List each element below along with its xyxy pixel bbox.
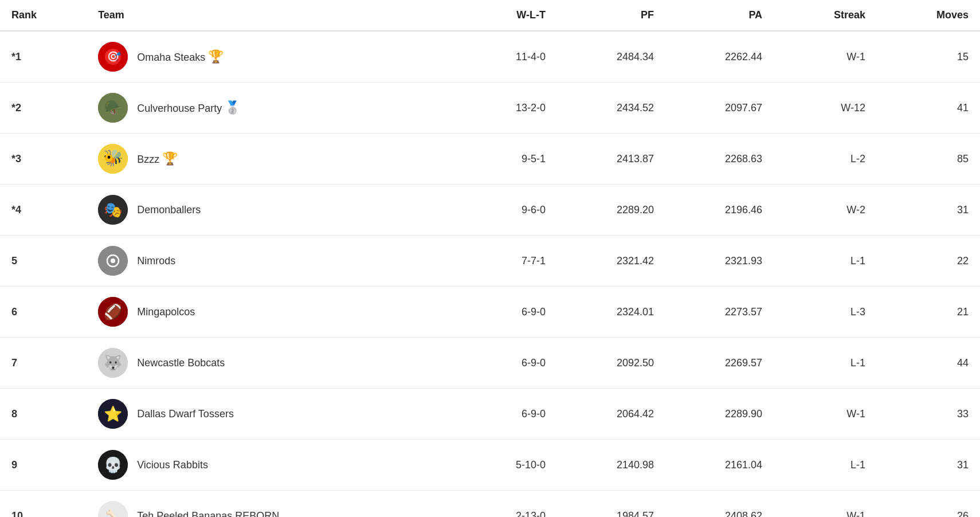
- team-cell[interactable]: 🎯 Omaha Steaks 🏆: [87, 31, 454, 83]
- team-cell[interactable]: ⭐ Dallas Dwarf Tossers: [87, 389, 454, 440]
- team-avatar: 🪖: [98, 93, 128, 123]
- pa-cell: 2273.57: [665, 287, 774, 338]
- table-row[interactable]: 9 💀 Vicious Rabbits 5-10-0 2140.98 2161.…: [0, 440, 980, 491]
- svg-text:🏈: 🏈: [104, 303, 123, 321]
- table-row[interactable]: *3 🐝 Bzzz 🏆 9-5-1 2413.87 2268.63 L-2 85: [0, 134, 980, 185]
- svg-point-11: [111, 258, 115, 263]
- team-name: Bzzz 🏆: [137, 151, 178, 166]
- team-avatar: 💀: [98, 450, 128, 480]
- table-row[interactable]: 7 🐺 Newcastle Bobcats 6-9-0 2092.50 2269…: [0, 338, 980, 389]
- streak-cell: W-1: [774, 31, 877, 83]
- pf-cell: 2140.98: [557, 440, 665, 491]
- pf-cell: 2484.34: [557, 31, 665, 83]
- table-row[interactable]: 8 ⭐ Dallas Dwarf Tossers 6-9-0 2064.42 2…: [0, 389, 980, 440]
- pa-cell: 2262.44: [665, 31, 774, 83]
- pa-cell: 2321.93: [665, 236, 774, 287]
- wlt-cell: 6-9-0: [454, 338, 557, 389]
- rank-cell: 10: [0, 491, 87, 518]
- pf-cell: 2434.52: [557, 83, 665, 134]
- trophy-icon: 🥈: [225, 100, 240, 115]
- svg-text:🎯: 🎯: [105, 49, 121, 64]
- pa-cell: 2097.67: [665, 83, 774, 134]
- team-name: Dallas Dwarf Tossers: [137, 408, 234, 420]
- table-row[interactable]: 5 Nimrods 7-7-1 2321.42 2321.93 L-1 22: [0, 236, 980, 287]
- wlt-cell: 13-2-0: [454, 83, 557, 134]
- table-row[interactable]: 6 🏈 Mingapolcos 6-9-0 2324.01 2273.57 L-…: [0, 287, 980, 338]
- team-avatar: 🦴: [98, 501, 128, 517]
- team-cell[interactable]: 🏈 Mingapolcos: [87, 287, 454, 338]
- streak-cell: W-2: [774, 185, 877, 236]
- table-row[interactable]: *4 🎭 Demonballers 9-6-0 2289.20 2196.46 …: [0, 185, 980, 236]
- team-name: Demonballers: [137, 204, 201, 216]
- team-avatar: 🐺: [98, 348, 128, 378]
- header-rank: Rank: [0, 0, 87, 31]
- moves-cell: 15: [877, 31, 980, 83]
- table-row[interactable]: *2 🪖 Culverhouse Party 🥈 13-2-0 2434.52 …: [0, 83, 980, 134]
- pa-cell: 2196.46: [665, 185, 774, 236]
- team-avatar: ⭐: [98, 399, 128, 429]
- svg-text:🐺: 🐺: [104, 354, 123, 372]
- wlt-cell: 6-9-0: [454, 287, 557, 338]
- team-avatar: 🏈: [98, 297, 128, 327]
- table-row[interactable]: *1 🎯 Omaha Steaks 🏆 11-4-0 2484.34 2262.…: [0, 31, 980, 83]
- moves-cell: 31: [877, 440, 980, 491]
- svg-text:⭐: ⭐: [104, 405, 123, 423]
- standings-table: Rank Team W-L-T PF PA Streak Moves *1 🎯 …: [0, 0, 980, 517]
- moves-cell: 21: [877, 287, 980, 338]
- team-cell[interactable]: 🪖 Culverhouse Party 🥈: [87, 83, 454, 134]
- rank-cell: *4: [0, 185, 87, 236]
- rank-cell: *1: [0, 31, 87, 83]
- wlt-cell: 9-5-1: [454, 134, 557, 185]
- svg-text:🎭: 🎭: [104, 201, 123, 219]
- wlt-cell: 2-13-0: [454, 491, 557, 518]
- pf-cell: 2413.87: [557, 134, 665, 185]
- team-cell[interactable]: 🎭 Demonballers: [87, 185, 454, 236]
- moves-cell: 26: [877, 491, 980, 518]
- header-pa: PA: [665, 0, 774, 31]
- pf-cell: 1984.57: [557, 491, 665, 518]
- pf-cell: 2092.50: [557, 338, 665, 389]
- svg-text:🐝: 🐝: [103, 148, 123, 167]
- table-row[interactable]: 10 🦴 Teh Peeled Bananas REBORN 2-13-0 19…: [0, 491, 980, 518]
- team-name: Culverhouse Party 🥈: [137, 100, 240, 115]
- streak-cell: L-1: [774, 440, 877, 491]
- streak-cell: L-3: [774, 287, 877, 338]
- header-pf: PF: [557, 0, 665, 31]
- rank-cell: *3: [0, 134, 87, 185]
- rank-cell: 8: [0, 389, 87, 440]
- header-moves: Moves: [877, 0, 980, 31]
- moves-cell: 33: [877, 389, 980, 440]
- team-cell[interactable]: 💀 Vicious Rabbits: [87, 440, 454, 491]
- header-team: Team: [87, 0, 454, 31]
- team-avatar: 🎭: [98, 195, 128, 225]
- team-cell[interactable]: 🦴 Teh Peeled Bananas REBORN: [87, 491, 454, 518]
- wlt-cell: 6-9-0: [454, 389, 557, 440]
- wlt-cell: 5-10-0: [454, 440, 557, 491]
- team-cell[interactable]: 🐝 Bzzz 🏆: [87, 134, 454, 185]
- team-cell[interactable]: 🐺 Newcastle Bobcats: [87, 338, 454, 389]
- streak-cell: W-1: [774, 389, 877, 440]
- trophy-icon: 🏆: [208, 49, 224, 64]
- wlt-cell: 11-4-0: [454, 31, 557, 83]
- svg-text:🦴: 🦴: [105, 508, 121, 517]
- pf-cell: 2321.42: [557, 236, 665, 287]
- header-wlt: W-L-T: [454, 0, 557, 31]
- pa-cell: 2161.04: [665, 440, 774, 491]
- wlt-cell: 7-7-1: [454, 236, 557, 287]
- team-name: Nimrods: [137, 255, 175, 267]
- moves-cell: 41: [877, 83, 980, 134]
- streak-cell: L-2: [774, 134, 877, 185]
- team-avatar: [98, 246, 128, 276]
- pa-cell: 2289.90: [665, 389, 774, 440]
- team-avatar: 🎯: [98, 42, 128, 72]
- streak-cell: W-1: [774, 491, 877, 518]
- streak-cell: L-1: [774, 338, 877, 389]
- table-header-row: Rank Team W-L-T PF PA Streak Moves: [0, 0, 980, 31]
- pf-cell: 2289.20: [557, 185, 665, 236]
- streak-cell: L-1: [774, 236, 877, 287]
- rank-cell: 7: [0, 338, 87, 389]
- team-cell[interactable]: Nimrods: [87, 236, 454, 287]
- rank-cell: 9: [0, 440, 87, 491]
- team-avatar: 🐝: [98, 144, 128, 174]
- team-name: Teh Peeled Bananas REBORN: [137, 510, 279, 518]
